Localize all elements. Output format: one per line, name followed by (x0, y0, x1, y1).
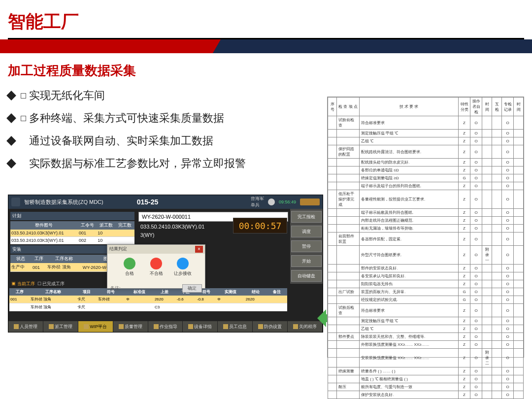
app-header: 智桥制造数据采集系统(ZQ MDC) 015-25 曾海军单兵 09:56:49 (8, 195, 323, 209)
form-row: 经按规定的试验完成.GOO (328, 296, 524, 304)
form-row: 配线接头处匀的防水皮完好.ZOO (328, 159, 524, 166)
side-panel: 完工报检 调度 暂停 开始 自动键盘 (290, 209, 323, 284)
tab-wip[interactable]: WIP平台 (78, 321, 113, 332)
timer: 00:00:57 (233, 218, 287, 233)
form-row: 端子标示贴敷及排列符合图纸.ZOO (328, 209, 524, 217)
side-btn-pause[interactable]: 暂停 (291, 240, 322, 252)
form-row: 部件要点除装装装天然和含、完整、些维维等.ZOO (328, 333, 524, 341)
form-row: 保护安装状态良好.ZOO (328, 391, 524, 399)
form-row: 内部走线符合流程图正确规范.ZOO (328, 217, 524, 225)
tab-icon (84, 324, 89, 329)
table-row[interactable]: 033.50.2410.03K3(WY).0100110 (10, 230, 134, 237)
cross-icon (150, 258, 162, 269)
tab-done[interactable]: ☐ 已完成工序 (37, 281, 65, 286)
bullet-text: 实现无纸化车间 (29, 88, 105, 103)
form-row: 部件的安装状态良好.ZOO (328, 265, 524, 272)
tab-anti[interactable]: 防伪设置 (253, 321, 288, 332)
clock: 09:56:49 (279, 200, 296, 204)
inspection-form: 序号 检 查 项 点 技 术 要 求 特性分类 操作者自检 时间 互检 专检记录… (327, 97, 524, 358)
bottom-tabs: 人员管理 派工管理 WIP平台 质量管理 作业指导 设备详情 员工信息 防伪设置… (8, 321, 323, 332)
tab-icon (188, 324, 193, 329)
side-btn-dispatch[interactable]: 调度 (291, 226, 322, 237)
tab-icon (293, 324, 298, 329)
tab-icon (258, 324, 263, 329)
tab-icon (49, 324, 54, 329)
form-row: 低压柜干燥护漆完成各量程性能测，按照提供业工艺要求.ZOO (328, 190, 524, 209)
slide-title: 智能工厂 (0, 0, 532, 38)
ok-button[interactable]: 合格 (119, 258, 140, 280)
tab-instruction[interactable]: 作业指导 (148, 321, 183, 332)
section-title: 加工过程质量数据采集 (0, 53, 532, 84)
form-row: 保护回路的配置配线路线外露清洁、符合图纸要求.ZOO (328, 145, 524, 159)
tab-employee[interactable]: 员工信息 (218, 321, 253, 332)
tab-icon (223, 324, 228, 329)
bullet-text: 通过设备联网自动、实时采集加工数据 (29, 133, 213, 148)
table-row[interactable]: 001车外径 顶角卡尺车外径Φ2620-0.6-0.8Φ2620 (9, 296, 287, 303)
form-row: 耐压能所有电度、匀重匀制造一致ZOO (328, 383, 524, 391)
key-icon[interactable] (268, 199, 275, 205)
step-icon (177, 258, 189, 269)
form-row: 各安装承认与电装和良好.ZOO (328, 272, 524, 280)
form-row: 柜柜无漏油，墙墙排布等异物.ZOO (328, 225, 524, 233)
form-row: 地盖 ( ) ℃ 额相绝测量值 ( )ZOO (328, 375, 524, 383)
form-row: 端子标示及端子台的排列符合图纸.ZOO (328, 182, 524, 190)
checkbox-icon (21, 116, 26, 121)
side-btn-keyboard[interactable]: 自动键盘 (291, 270, 322, 282)
bullet-icon (6, 113, 16, 123)
tab-icon (119, 324, 124, 329)
form-row: 外部装换强度测量值 XX≥…… XX≥……ZOO (328, 341, 524, 349)
side-btn-complete[interactable]: 完工报检 (291, 211, 322, 223)
side-btn-start[interactable]: 开始 (291, 255, 322, 267)
form-row: 安装装换强度测量值 XX≥…… XX≥……ZO附录二O (328, 349, 524, 367)
checkbox-icon (21, 93, 26, 99)
tab-current[interactable]: ▣ 当前工序 (11, 281, 35, 286)
tab-personnel[interactable]: 人员管理 (8, 321, 43, 332)
form-row: 试验前检查符合标准要求ZOO (328, 116, 524, 130)
form-row: 外型尺寸符合图纸要求.ZO附录一O (328, 246, 524, 265)
form-row: 乙组 ℃ZOO (328, 325, 524, 333)
app-title: 智桥制造数据采集系统(ZQ MDC) (24, 199, 103, 206)
form-row: 绝缘定值测量电阻 ≥ΩGOO (328, 174, 524, 182)
note-label: 备注: (110, 285, 121, 292)
station-code: 015-25 (137, 198, 159, 206)
check-icon (124, 258, 135, 269)
reject-button[interactable]: 让步接收 (172, 258, 194, 280)
form-row: 测定接触压值 甲组 ℃ZOO (328, 317, 524, 325)
ribbon (0, 39, 532, 53)
bullet-text: 实际数据与标准工艺参数比对，异常立即报警 (29, 156, 246, 171)
confirm-button[interactable]: 确定 (182, 284, 202, 293)
form-row: 测定接触压值 甲组 ℃ZOO (328, 130, 524, 137)
plan-table[interactable]: 整件图号工令号派工数完工数 033.50.2410.03K3(WY).01001… (10, 221, 134, 244)
mdc-app-window: 智桥制造数据采集系统(ZQ MDC) 015-25 曾海军单兵 09:56:49… (8, 195, 323, 332)
app-logo-icon (11, 198, 20, 206)
bullet-icon (6, 91, 16, 100)
plan-label: 计划 (10, 212, 134, 220)
tab-dispatch[interactable]: 派工管理 (43, 321, 78, 332)
form-row: 绝缘测量绝量条件 ( ) …… ( )ZOO (328, 367, 524, 375)
table-row[interactable]: 车外径 顶角卡尺C3 (9, 303, 287, 311)
result-dialog: 结果判定× 合格 不合格 让步接收 备注:确定 (107, 244, 205, 289)
user-label: 曾海军单兵 (251, 196, 264, 208)
bullet-icon (6, 159, 16, 168)
tab-equipment[interactable]: 设备详情 (183, 321, 218, 332)
close-icon[interactable]: × (195, 246, 203, 253)
table-row[interactable]: 033.50.2410.03K3(WY).0100210 (10, 237, 134, 244)
form-row: 试验后检查符合标准要求ZOO (328, 304, 524, 317)
form-row: 前面部件装置各器部件装配，固定紧.ZOO (328, 233, 524, 246)
bullet-icon (6, 136, 16, 146)
brand-logo-icon (300, 199, 320, 205)
bullet-text: 多种终端、采集方式可快速采集质量数据 (29, 111, 224, 126)
form-row: 各部位的单通电阻 ≤ΩZOO (328, 166, 524, 174)
ng-button[interactable]: 不合格 (145, 258, 167, 280)
tab-icon (14, 324, 19, 329)
dialog-title: 结果判定 (109, 246, 127, 253)
form-row: 出厂试验装置的面板方向、无异常.GOO (328, 288, 524, 296)
form-row: 乙组 ℃ZOO (328, 137, 524, 145)
form-row: 阳阳装电器无排伤ZOO (328, 280, 524, 288)
tab-icon (154, 324, 159, 329)
tab-quality[interactable]: 质量管理 (113, 321, 148, 332)
